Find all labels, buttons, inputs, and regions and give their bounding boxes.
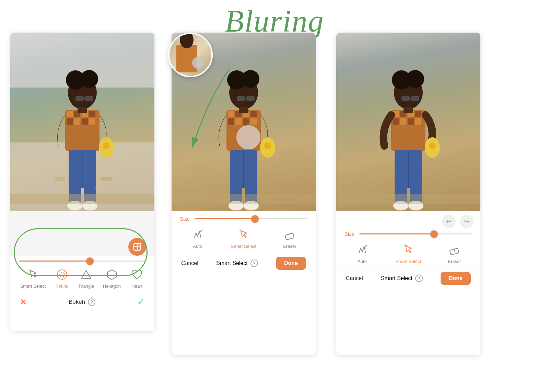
mid-size-label: Size (180, 216, 192, 222)
svg-rect-11 (89, 111, 95, 117)
right-tool-smart-select[interactable]: Smart Select (396, 242, 421, 264)
svg-rect-41 (228, 111, 234, 117)
tool-heart[interactable]: Heart (129, 267, 144, 289)
right-tool-eraser[interactable]: Eraser (447, 242, 462, 264)
svg-rect-76 (415, 118, 421, 125)
mid-auto-icon (190, 227, 205, 242)
svg-rect-15 (89, 118, 95, 125)
svg-point-65 (406, 70, 424, 88)
svg-rect-25 (55, 177, 65, 181)
hexagon-label: Hexagon (103, 284, 121, 289)
right-tool-auto[interactable]: Auto (355, 242, 370, 264)
svg-marker-34 (107, 270, 116, 279)
svg-rect-48 (250, 118, 257, 125)
right-scene (336, 33, 480, 211)
mid-tool-smart-select[interactable]: Smart Select (231, 227, 256, 249)
mid-tool-auto[interactable]: Auto (190, 227, 205, 249)
tool-round[interactable]: Round (55, 267, 70, 289)
undo-redo-row: ↩ ↪ (336, 211, 480, 230)
svg-rect-74 (400, 118, 406, 125)
svg-rect-47 (243, 118, 249, 125)
mid-bottom-bar: Cancel Smart Select ? Done (172, 253, 316, 276)
floor (10, 194, 154, 204)
left-slider-thumb[interactable] (86, 257, 94, 265)
svg-rect-45 (228, 118, 234, 125)
left-slider-track[interactable] (19, 261, 146, 262)
svg-rect-16 (78, 107, 87, 113)
right-photo (336, 33, 480, 211)
mid-help-btn[interactable]: ? (250, 260, 258, 267)
mid-bottom-ui: Size Auto (172, 211, 316, 355)
redo-button[interactable]: ↪ (460, 215, 474, 228)
zoom-bubble (168, 33, 213, 77)
right-slider-track[interactable] (359, 233, 472, 234)
svg-rect-66 (401, 96, 410, 101)
left-bottom-center: Bokeh ? (69, 298, 95, 306)
tool-hexagon[interactable]: Hexagon (103, 267, 121, 289)
heart-icon (129, 267, 144, 282)
right-eraser-icon (447, 242, 462, 257)
svg-rect-44 (250, 111, 257, 117)
bokeh-help-btn[interactable]: ? (88, 298, 95, 306)
left-tools-row: Smart Select Round Tria (10, 264, 154, 293)
tool-triangle[interactable]: Triangle (78, 267, 94, 289)
svg-point-32 (60, 272, 65, 277)
svg-rect-13 (74, 118, 80, 125)
mid-tool-eraser[interactable]: Eraser (282, 227, 297, 249)
bokeh-label: Bokeh (69, 299, 85, 305)
left-scene (10, 33, 154, 211)
right-cancel-btn[interactable]: Cancel (346, 275, 363, 281)
zoom-bubble-inner (170, 34, 211, 76)
round-label: Round (55, 284, 68, 289)
mid-slider-thumb[interactable] (251, 215, 259, 223)
svg-point-51 (264, 142, 271, 149)
left-cancel-btn[interactable]: ✕ (20, 297, 27, 307)
right-done-btn[interactable]: Done (441, 272, 471, 285)
svg-point-37 (242, 70, 259, 88)
right-person (364, 60, 453, 211)
mid-eraser-label: Eraser (283, 244, 296, 249)
tool-smart-select[interactable]: Smart Select (20, 267, 46, 289)
mid-slider-track[interactable] (195, 218, 307, 219)
svg-rect-12 (67, 118, 73, 125)
smart-select-label: Smart Select (20, 284, 46, 289)
left-slider-row (10, 256, 154, 264)
mid-eraser-circle (236, 125, 260, 149)
heart-label: Heart (131, 284, 142, 289)
svg-point-79 (429, 142, 436, 149)
person-silhouette (38, 60, 127, 211)
crop-button[interactable] (128, 238, 146, 256)
mid-auto-label: Auto (193, 244, 202, 249)
smart-select-icon (25, 267, 40, 282)
undo-button[interactable]: ↩ (442, 215, 456, 228)
svg-rect-4 (75, 96, 84, 101)
right-auto-icon (355, 242, 370, 257)
mid-done-btn[interactable]: Done (276, 257, 306, 270)
right-slider-thumb[interactable] (430, 230, 438, 238)
left-photo (10, 33, 154, 211)
right-panel: ↩ ↪ Size Auto (336, 33, 480, 355)
svg-point-87 (366, 245, 367, 246)
right-tools-row: Auto Smart Select (336, 240, 480, 268)
left-bottom-ui: Smart Select Round Tria (10, 256, 154, 331)
svg-rect-67 (411, 96, 419, 101)
triangle-icon (79, 267, 94, 282)
svg-rect-73 (393, 118, 399, 125)
svg-point-3 (80, 70, 98, 88)
triangle-label: Triangle (78, 284, 94, 289)
right-bottom-ui: ↩ ↪ Size Auto (336, 211, 480, 355)
right-smart-select-center: Smart Select ? (381, 275, 423, 282)
left-bottom-bar: ✕ Bokeh ? ✓ (10, 293, 154, 313)
right-size-label: Size (344, 231, 357, 237)
left-confirm-btn[interactable]: ✓ (137, 297, 145, 307)
middle-panel: Size Auto (172, 33, 316, 355)
right-floor (336, 194, 480, 204)
mid-smart-select-icon (236, 227, 251, 242)
mid-tools-row: Auto Smart Select (172, 224, 316, 253)
right-smart-select-icon (401, 242, 416, 257)
right-help-btn[interactable]: ? (415, 275, 423, 282)
right-auto-label: Auto (358, 259, 367, 264)
svg-marker-33 (81, 270, 91, 279)
mid-floor (172, 194, 316, 204)
mid-cancel-btn[interactable]: Cancel (181, 260, 198, 266)
